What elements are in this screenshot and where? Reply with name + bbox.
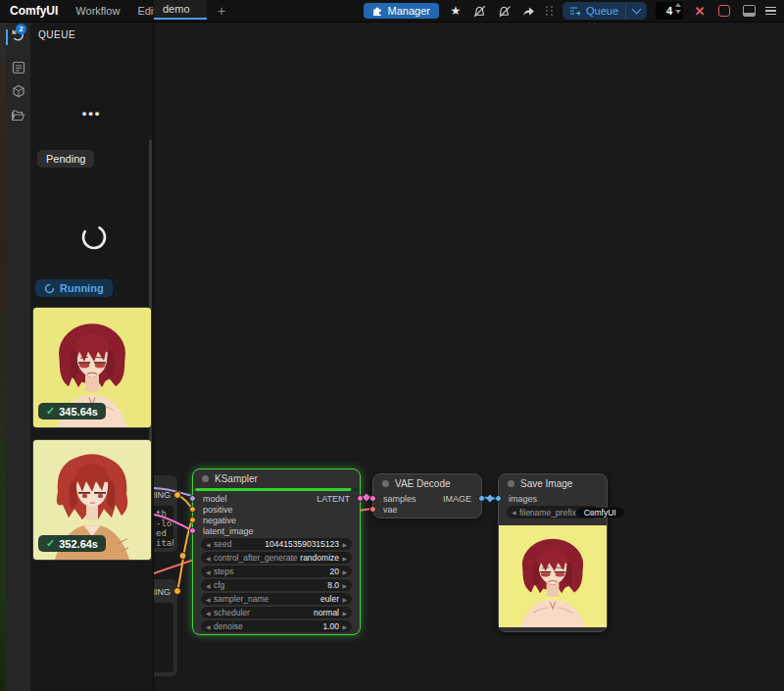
collapse-dot-icon[interactable] (382, 480, 389, 487)
running-section-label[interactable]: Running (35, 279, 113, 297)
widget-value: euler (320, 594, 339, 604)
ksampler-node[interactable]: KSampler model LATENT positive negative … (192, 469, 361, 635)
hamburger-menu-icon[interactable] (765, 7, 776, 16)
vae-decode-node[interactable]: VAE Decode samples IMAGE vae (372, 473, 482, 518)
sidebar-tab-node-library[interactable] (6, 57, 30, 78)
input-label: samples (383, 494, 416, 504)
widget-label: control_after_generate (214, 553, 298, 563)
input-label: positive (203, 505, 233, 515)
puzzle-icon (372, 6, 383, 17)
pending-section-label[interactable]: Pending (37, 150, 94, 168)
link-latent (154, 515, 192, 530)
widget-steps[interactable]: steps 20 (201, 566, 352, 577)
input-label: latent_image (203, 526, 254, 536)
node-title: VAE Decode (395, 478, 451, 489)
node-title: Save Image (520, 478, 572, 489)
queue-result-item-2[interactable]: ✓ 352.64s (32, 439, 152, 561)
app-logo[interactable]: ComfyUI (10, 4, 58, 18)
widget-value: randomize (300, 553, 339, 563)
overflow-menu-dots[interactable]: ••• (30, 106, 153, 121)
latent-output-port[interactable] (357, 495, 364, 502)
images-input-port[interactable] (495, 495, 502, 502)
widget-filename-prefix[interactable]: filename_prefix ComfyUI (507, 506, 599, 518)
drag-grip-icon[interactable] (546, 6, 554, 16)
reroute-dot[interactable] (179, 553, 186, 560)
batch-count-stepper[interactable]: 4 (656, 2, 683, 20)
input-row-latent-image: latent_image (193, 525, 360, 536)
widget-value: 1.00 (322, 621, 339, 631)
widget-label: seed (214, 539, 231, 549)
increment-icon[interactable] (675, 3, 681, 7)
widget-label: filename_prefix (519, 508, 576, 518)
input-label: vae (383, 505, 398, 515)
widget-value: ComfyUI (576, 508, 624, 518)
vae-input-port[interactable] (369, 506, 376, 513)
sidebar-tab-model-library[interactable] (6, 80, 30, 102)
samples-input-port[interactable] (369, 495, 376, 502)
image-output-label: IMAGE (443, 494, 471, 504)
sidebar-tab-workflows[interactable] (6, 104, 30, 125)
widget-seed[interactable]: seed 1044153590315123 (201, 538, 352, 550)
graph-canvas[interactable]: NING th -lor, ed itable NING (154, 22, 784, 691)
widget-label: cfg (214, 580, 224, 590)
bottom-panel-toggle-icon[interactable] (741, 3, 757, 19)
node-header[interactable]: VAE Decode (373, 474, 481, 493)
conditioning-output-port[interactable] (174, 492, 181, 499)
execution-progress-bar (195, 488, 358, 491)
widget-sampler-name[interactable]: sampler_name euler (201, 593, 352, 605)
new-workflow-tab-button[interactable]: + (212, 0, 231, 22)
bell-slash-icon-2[interactable] (497, 3, 513, 19)
duration-text: 352.64s (59, 538, 98, 550)
node-title: KSampler (215, 473, 258, 484)
positive-input-port[interactable] (189, 506, 196, 513)
menu-workflow[interactable]: Workflow (75, 5, 120, 17)
negative-input-port[interactable] (189, 517, 196, 523)
input-label: negative (203, 516, 236, 525)
share-arrow-icon[interactable] (521, 3, 537, 19)
queue-options-caret[interactable] (625, 2, 647, 20)
active-tab-indicator (6, 29, 8, 45)
duration-badge-2: ✓ 352.64s (38, 535, 106, 552)
model-input-port[interactable] (189, 495, 196, 502)
queue-list-icon (569, 6, 581, 17)
node-header[interactable]: Save Image (499, 474, 607, 493)
clear-queue-icon[interactable]: ✕ (692, 3, 708, 19)
queue-result-item-1[interactable]: ✓ 345.64s (32, 307, 152, 428)
queue-run-main[interactable]: Queue (563, 5, 625, 17)
bell-slash-icon-1[interactable] (472, 3, 488, 19)
input-label: images (509, 494, 537, 504)
star-icon[interactable]: ★ (448, 3, 464, 19)
collapse-dot-icon[interactable] (202, 475, 209, 482)
widget-value: 1044153590315123 (265, 539, 339, 549)
latent-output-label: LATENT (317, 494, 350, 504)
sidebar-icon-strip: 2 (6, 22, 30, 691)
saved-image-preview[interactable] (499, 525, 607, 627)
workflow-tab-demo[interactable]: demo (154, 0, 207, 20)
widget-cfg[interactable]: cfg 8.0 (201, 579, 352, 591)
latent-image-input-port[interactable] (189, 527, 196, 534)
node-library-icon (12, 61, 25, 74)
link-midpoint-diamond[interactable] (486, 495, 494, 503)
widget-denoise[interactable]: denoise 1.00 (201, 620, 352, 632)
conditioning-output-port[interactable] (174, 588, 181, 595)
input-label: model (203, 494, 227, 504)
topbar-actions: Manager ★ Queue 4 (364, 0, 780, 22)
io-row-samples-image: samples IMAGE (373, 493, 481, 504)
save-image-node[interactable]: Save Image images filename_prefix ComfyU… (498, 473, 608, 632)
check-icon: ✓ (46, 537, 55, 550)
loading-spinner (79, 222, 109, 256)
widget-control-after-generate[interactable]: control_after_generate randomize (201, 552, 352, 564)
decrement-icon[interactable] (675, 10, 681, 14)
widget-value: 8.0 (327, 580, 339, 590)
interrupt-stop-icon[interactable] (716, 3, 732, 19)
node-header[interactable]: KSampler (193, 469, 360, 488)
widget-scheduler[interactable]: scheduler normal (201, 607, 352, 618)
widget-label: steps (214, 567, 233, 576)
queue-count-badge: 2 (16, 24, 26, 34)
sidebar-tab-queue[interactable]: 2 (6, 25, 30, 47)
manager-button[interactable]: Manager (364, 3, 439, 19)
collapse-dot-icon[interactable] (508, 480, 514, 487)
stepper-arrows[interactable] (675, 3, 681, 14)
image-output-port[interactable] (478, 495, 485, 502)
widget-label: denoise (214, 621, 243, 631)
